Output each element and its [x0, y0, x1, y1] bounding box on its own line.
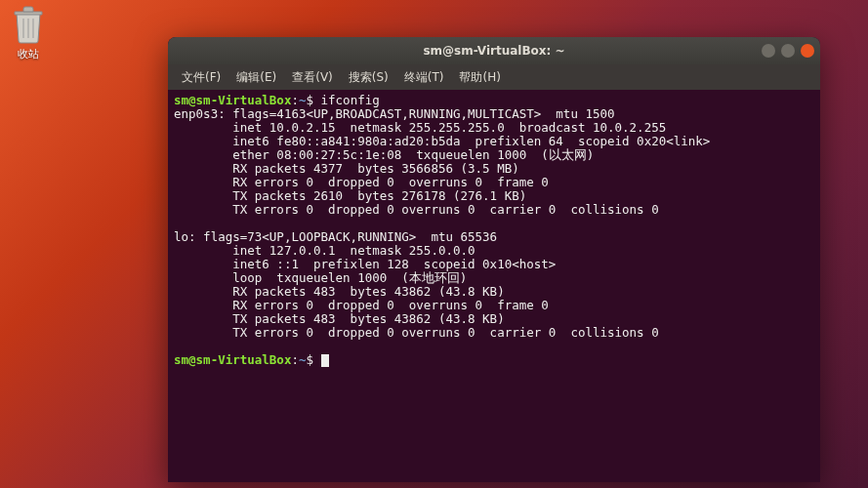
output-line: inet6 ::1 prefixlen 128 scopeid 0x10<hos… — [174, 257, 556, 271]
menu-file[interactable]: 文件(F) — [176, 66, 227, 89]
command-ifconfig: ifconfig — [321, 93, 380, 107]
window-controls — [762, 44, 814, 58]
output-line: loop txqueuelen 1000 (本地环回) — [174, 270, 467, 285]
output-line: lo: flags=73<UP,LOOPBACK,RUNNING> mtu 65… — [174, 229, 497, 244]
output-line: TX packets 2610 bytes 276178 (276.1 KB) — [174, 188, 526, 203]
terminal-window: sm@sm-VirtualBox: ~ 文件(F) 编辑(E) 查看(V) 搜索… — [168, 37, 820, 482]
output-line: ether 08:00:27:5c:1e:08 txqueuelen 1000 … — [174, 147, 594, 162]
output-line: RX packets 4377 bytes 3566856 (3.5 MB) — [174, 161, 519, 176]
trash-label: 收站 — [4, 47, 53, 61]
cursor — [321, 354, 329, 367]
output-line: inet 10.0.2.15 netmask 255.255.255.0 bro… — [174, 120, 666, 135]
prompt-user: sm@sm-VirtualBox — [174, 93, 291, 107]
prompt-sep: : — [291, 352, 299, 367]
output-line: enp0s3: flags=4163<UP,BROADCAST,RUNNING,… — [174, 106, 615, 121]
window-title: sm@sm-VirtualBox: ~ — [423, 44, 564, 58]
menu-terminal[interactable]: 终端(T) — [398, 66, 450, 89]
menu-edit[interactable]: 编辑(E) — [230, 66, 282, 89]
output-line: inet 127.0.0.1 netmask 255.0.0.0 — [174, 243, 475, 258]
prompt-user: sm@sm-VirtualBox — [174, 352, 291, 367]
minimize-button[interactable] — [762, 44, 775, 58]
output-line: TX errors 0 dropped 0 overruns 0 carrier… — [174, 325, 659, 340]
output-line: TX packets 483 bytes 43862 (43.8 KB) — [174, 311, 505, 326]
menu-help[interactable]: 帮助(H) — [453, 66, 506, 89]
prompt-end: $ — [306, 93, 320, 107]
output-line: RX errors 0 dropped 0 overruns 0 frame 0 — [174, 175, 549, 189]
output-line: RX packets 483 bytes 43862 (43.8 KB) — [174, 284, 505, 299]
titlebar[interactable]: sm@sm-VirtualBox: ~ — [168, 37, 820, 64]
menu-view[interactable]: 查看(V) — [286, 66, 339, 89]
menu-search[interactable]: 搜索(S) — [343, 66, 394, 89]
prompt-sep: : — [291, 93, 299, 107]
trash-desktop-icon[interactable]: 收站 — [4, 4, 53, 61]
trash-icon — [11, 4, 46, 45]
prompt-end: $ — [306, 352, 320, 367]
close-button[interactable] — [801, 44, 814, 58]
output-line: TX errors 0 dropped 0 overruns 0 carrier… — [174, 202, 659, 217]
menubar: 文件(F) 编辑(E) 查看(V) 搜索(S) 终端(T) 帮助(H) — [168, 64, 820, 90]
output-line: RX errors 0 dropped 0 overruns 0 frame 0 — [174, 298, 549, 312]
output-line: inet6 fe80::a841:980a:ad20:b5da prefixle… — [174, 134, 710, 148]
maximize-button[interactable] — [781, 44, 795, 58]
terminal-body[interactable]: sm@sm-VirtualBox:~$ ifconfig enp0s3: fla… — [168, 90, 820, 482]
